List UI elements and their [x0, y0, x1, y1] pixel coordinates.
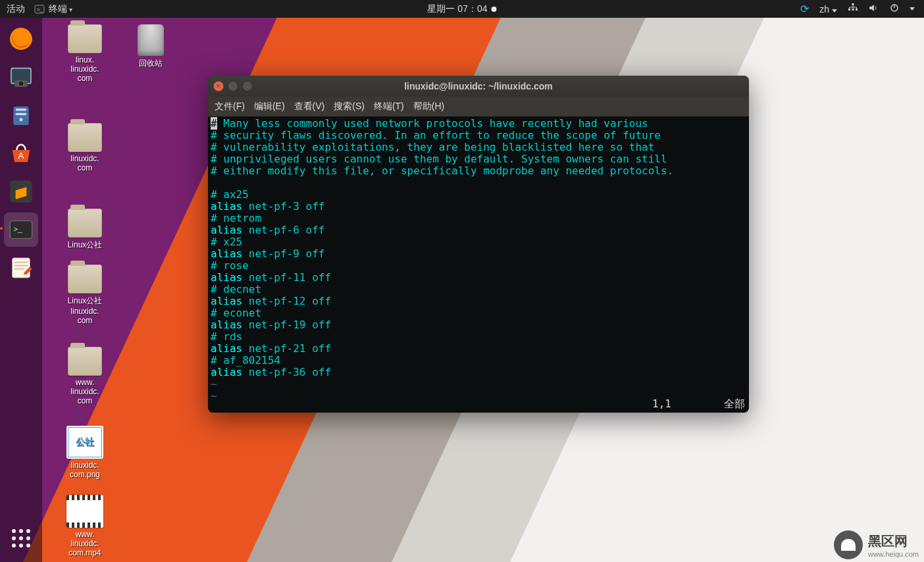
vim-scroll-percent: 全部	[724, 398, 745, 410]
desktop-label: linuxidc. com	[70, 154, 99, 172]
network-icon[interactable]	[848, 3, 858, 14]
dock-firefox[interactable]	[4, 22, 38, 56]
desktop-folder-4[interactable]: Linux公社 linuxidc. com	[55, 265, 115, 325]
watermark-title: 黑区网	[868, 534, 908, 548]
power-icon[interactable]	[890, 3, 899, 14]
video-thumb-icon	[66, 495, 103, 528]
vim-cursor-pos: 1,1	[652, 398, 671, 410]
app-menu[interactable]: >_ 终端	[34, 3, 72, 15]
term-line: # decnet	[211, 284, 746, 295]
dock-software[interactable]: A	[4, 136, 38, 170]
term-line: # either modify this file, or specifical…	[211, 165, 746, 177]
term-line	[211, 177, 746, 189]
term-line: # rds	[211, 331, 746, 343]
term-line: # unprivileged users cannot use them by …	[211, 153, 746, 165]
dock-sublime[interactable]	[4, 174, 38, 209]
desktop-image-png[interactable]: 公社 linuxidc. com.png	[55, 426, 115, 479]
term-line: alias net-pf-21 off	[211, 343, 746, 355]
svg-text:>_: >_	[37, 7, 43, 13]
dock-text-editor[interactable]	[4, 251, 38, 285]
menubar: 文件(F) 编辑(E) 查看(V) 搜索(S) 终端(T) 帮助(H)	[208, 97, 749, 116]
menu-help[interactable]: 帮助(H)	[413, 101, 444, 113]
desktop-label: linuxidc. com.png	[70, 461, 100, 479]
desktop-trash[interactable]: 回收站	[121, 24, 180, 69]
svg-rect-14	[16, 113, 27, 115]
window-title: linuxidc@linuxidc: ~/linuxidc.com	[404, 81, 553, 91]
notepad-icon	[8, 255, 34, 281]
svg-text:A: A	[18, 151, 24, 161]
desktop-video-mp4[interactable]: www. linuxidc. com.mp4	[55, 495, 115, 557]
term-line: alias net-pf-36 off	[211, 367, 746, 378]
svg-point-15	[20, 118, 23, 121]
trash-icon	[138, 24, 164, 56]
svg-rect-5	[856, 9, 858, 11]
desktop-folder-3[interactable]: Linux公社	[55, 209, 115, 251]
desktop-folder-5[interactable]: www. linuxidc. com	[55, 347, 115, 405]
terminal-window: ✕ − ▢ linuxidc@linuxidc: ~/linuxidc.com …	[208, 76, 749, 413]
top-panel: 活动 >_ 终端 星期一 07：04 ⟳ zh	[0, 0, 924, 18]
window-minimize-button[interactable]: −	[228, 81, 238, 91]
desktop-label: www. linuxidc. com	[70, 378, 99, 405]
firefox-icon	[8, 26, 34, 52]
menu-view[interactable]: 查看(V)	[294, 101, 325, 113]
watermark-icon	[834, 530, 863, 559]
terminal-app-icon: >_	[8, 217, 34, 243]
svg-rect-13	[16, 109, 27, 111]
dock-files[interactable]	[4, 98, 38, 132]
dock-screenshot[interactable]	[4, 60, 38, 94]
terminal-body[interactable]: # Many less commonly used network protoc…	[208, 116, 749, 413]
svg-point-11	[18, 81, 24, 86]
term-line: ~	[211, 378, 746, 390]
term-line: # netrom	[211, 213, 746, 224]
sublime-icon	[8, 178, 34, 205]
svg-rect-20	[13, 258, 30, 278]
activities-button[interactable]: 活动	[7, 3, 25, 15]
clock-label: 星期一 07：04	[427, 3, 487, 15]
record-indicator-icon	[492, 7, 497, 12]
desktop-label: linux. linuxidc. com	[70, 55, 99, 83]
software-icon: A	[8, 140, 34, 166]
dock-terminal[interactable]: >_	[4, 213, 38, 247]
desktop-label: 回收站	[139, 58, 163, 69]
term-line: alias net-pf-19 off	[211, 319, 746, 331]
term-line: # Many less commonly used network protoc…	[211, 118, 746, 130]
term-line: alias net-pf-12 off	[211, 295, 746, 307]
term-line: # x25	[211, 236, 746, 248]
clock[interactable]: 星期一 07：04	[427, 3, 496, 15]
menu-search[interactable]: 搜索(S)	[334, 101, 365, 113]
terminal-icon: >_	[34, 4, 45, 14]
menu-file[interactable]: 文件(F)	[215, 101, 245, 113]
term-line: alias net-pf-11 off	[211, 272, 746, 284]
window-maximize-button[interactable]: ▢	[242, 81, 253, 91]
screenshot-icon	[8, 64, 34, 90]
files-icon	[8, 102, 34, 128]
dock: A >_	[0, 18, 42, 562]
volume-icon[interactable]	[869, 3, 879, 14]
menu-edit[interactable]: 编辑(E)	[254, 101, 285, 113]
term-line: alias net-pf-3 off	[211, 201, 746, 213]
system-menu-chevron-icon[interactable]	[910, 7, 915, 11]
term-line: alias net-pf-9 off	[211, 248, 746, 260]
app-menu-label: 终端	[49, 3, 72, 15]
vim-statusline: 1,1 全部	[208, 398, 749, 410]
watermark-subtitle: www.heiqu.com	[868, 550, 919, 558]
desktop-label: www. linuxidc. com.mp4	[68, 530, 101, 557]
livepatch-icon[interactable]: ⟳	[800, 3, 809, 15]
watermark: 黑区网 www.heiqu.com	[834, 530, 919, 559]
term-line: # ax25	[211, 189, 746, 201]
svg-rect-4	[852, 9, 854, 11]
svg-rect-3	[848, 9, 850, 11]
svg-rect-2	[852, 3, 854, 5]
term-line: # af_802154	[211, 355, 746, 367]
menu-terminal[interactable]: 终端(T)	[374, 101, 404, 113]
desktop-label: Linux公社 linuxidc. com	[68, 295, 103, 325]
term-line: # rose	[211, 260, 746, 272]
ime-indicator[interactable]: zh	[819, 4, 837, 14]
desktop-folder-2[interactable]: linuxidc. com	[55, 123, 115, 172]
desktop-folder-1[interactable]: linux. linuxidc. com	[55, 24, 115, 83]
term-line: # econet	[211, 307, 746, 319]
titlebar[interactable]: ✕ − ▢ linuxidc@linuxidc: ~/linuxidc.com	[208, 76, 749, 97]
window-close-button[interactable]: ✕	[213, 81, 224, 91]
show-applications-button[interactable]	[4, 521, 38, 555]
svg-text:>_: >_	[13, 224, 22, 233]
